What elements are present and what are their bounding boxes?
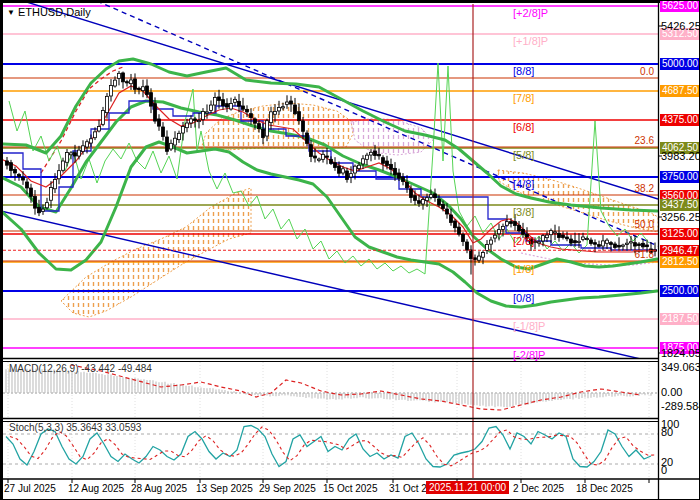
chart-canvas[interactable] — [1, 1, 700, 500]
ichimoku-cloud — [498, 170, 658, 232]
candles — [6, 71, 657, 275]
ichimoku-cloud — [61, 188, 251, 317]
stoch-k-line — [6, 426, 651, 468]
trading-chart-window: ▼ETHUSD,Daily MACD(12,26,9) -43.442 -49.… — [0, 0, 700, 500]
macd-histogram — [6, 368, 651, 407]
indicator-line-green — [9, 63, 649, 274]
trendline[interactable] — [1, 1, 658, 199]
